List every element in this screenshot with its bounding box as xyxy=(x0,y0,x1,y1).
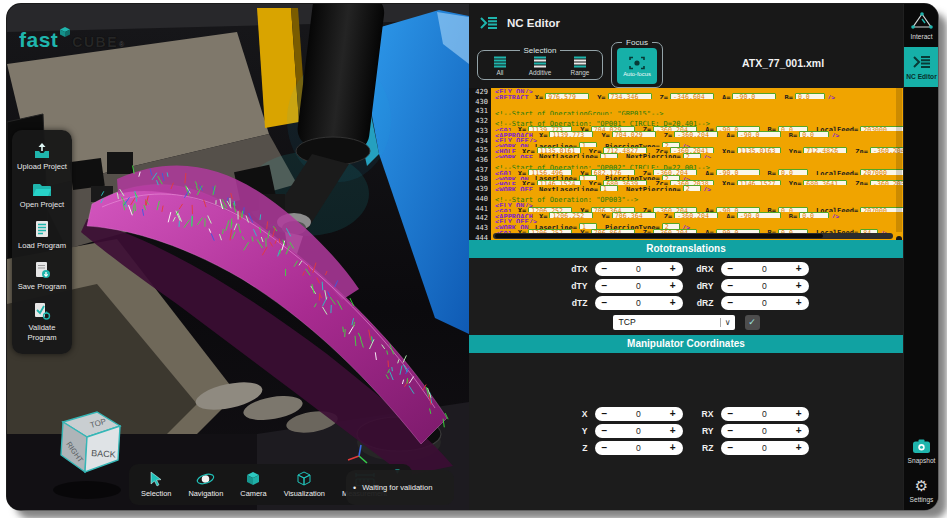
button-label: Auto-focus xyxy=(623,71,651,77)
nc-editor-icon xyxy=(912,54,932,70)
apply-rototranslation-button[interactable]: ✓ xyxy=(745,315,760,330)
stepper-dry[interactable]: −0+ xyxy=(721,279,809,293)
viewport-3d[interactable]: fast CUBE ® Upload Project xyxy=(7,4,469,510)
nc-code-area[interactable]: 4294304314324334344354364374384394404414… xyxy=(469,88,903,240)
horizontal-scrollbar-thumb[interactable] xyxy=(495,234,823,238)
increment-button[interactable]: + xyxy=(796,425,802,437)
increment-button[interactable]: + xyxy=(796,263,802,275)
stepper-value[interactable]: 0 xyxy=(733,298,795,308)
focus-legend: Focus xyxy=(622,38,652,47)
increment-button[interactable]: + xyxy=(670,280,676,292)
toolbar-label: Open Project xyxy=(20,200,64,209)
interact-tab[interactable]: Interact xyxy=(904,4,938,47)
select-additive-button[interactable]: Additive xyxy=(523,56,557,76)
vertical-scrollbar[interactable] xyxy=(896,88,902,232)
stepper-label: Y xyxy=(564,426,588,436)
stepper-label: dTX xyxy=(564,264,588,274)
increment-button[interactable]: + xyxy=(796,442,802,454)
select-all-button[interactable]: All xyxy=(483,56,517,76)
frame-selector-value: TCP xyxy=(613,317,720,327)
tab-label: Interact xyxy=(911,33,933,40)
save-program-button[interactable]: Save Program xyxy=(12,256,72,297)
increment-button[interactable]: + xyxy=(796,297,802,309)
line-number: 434 xyxy=(469,137,491,147)
stepper-label: dRZ xyxy=(690,298,714,308)
increment-button[interactable]: + xyxy=(670,442,676,454)
selection-tool-button[interactable]: Selection xyxy=(141,471,171,498)
stepper-dtz[interactable]: −0+ xyxy=(595,296,683,310)
focus-group: Focus Auto-focus xyxy=(611,38,663,88)
status-bullet: • xyxy=(353,483,356,493)
stepper-value[interactable]: 0 xyxy=(607,281,669,291)
stepper-value[interactable]: 0 xyxy=(607,409,669,419)
upload-project-button[interactable]: Upload Project xyxy=(12,137,72,177)
navigation-tool-button[interactable]: Navigation xyxy=(188,471,223,498)
increment-button[interactable]: + xyxy=(670,263,676,275)
line-number: 437 xyxy=(469,166,491,176)
stepper-y[interactable]: −0+ xyxy=(595,424,683,438)
stepper-value[interactable]: 0 xyxy=(733,426,795,436)
stepper-dty[interactable]: −0+ xyxy=(595,279,683,293)
stepper-value[interactable]: 0 xyxy=(607,443,669,453)
solid-cube-icon xyxy=(245,471,261,487)
stepper-row: X−0+RX−0+ xyxy=(564,407,809,421)
stepper-drz[interactable]: −0+ xyxy=(721,296,809,310)
horizontal-scrollbar[interactable] xyxy=(493,233,893,239)
stepper-label: RX xyxy=(690,409,714,419)
stepper-label: X xyxy=(564,409,588,419)
stepper-value[interactable]: 0 xyxy=(733,443,795,453)
stepper-rx[interactable]: −0+ xyxy=(721,407,809,421)
stepper-ry[interactable]: −0+ xyxy=(721,424,809,438)
stepper-rz[interactable]: −0+ xyxy=(721,441,809,455)
manipulator-coordinates-body: X−0+RX−0+Y−0+RY−0+Z−0+RZ−0+ xyxy=(469,353,903,511)
toolbar-label: Load Program xyxy=(18,241,66,250)
line-number: 435 xyxy=(469,146,491,156)
line-number: 443 xyxy=(469,224,491,234)
line-number: 439 xyxy=(469,185,491,195)
stepper-value[interactable]: 0 xyxy=(607,426,669,436)
stepper-value[interactable]: 0 xyxy=(733,264,795,274)
increment-button[interactable]: + xyxy=(670,408,676,420)
load-program-button[interactable]: Load Program xyxy=(12,215,72,256)
stepper-label: dTZ xyxy=(564,298,588,308)
line-number: 436 xyxy=(469,156,491,166)
stepper-x[interactable]: −0+ xyxy=(595,407,683,421)
stepper-label: Z xyxy=(564,443,588,453)
vertical-scrollbar-thumb[interactable] xyxy=(896,236,902,240)
auto-focus-button[interactable]: Auto-focus xyxy=(617,48,657,84)
rototranslations-header: Rototranslations xyxy=(469,240,903,258)
orbit-icon xyxy=(196,471,215,487)
increment-button[interactable]: + xyxy=(670,297,676,309)
select-range-button[interactable]: Range xyxy=(563,56,597,76)
snapshot-button[interactable]: Snapshot xyxy=(904,432,938,471)
right-sidebar: Interact NC Editor Snapshot ⚙ Se xyxy=(903,4,938,510)
stepper-dtx[interactable]: −0+ xyxy=(595,262,683,276)
status-text: Waiting for validation xyxy=(362,483,432,492)
stepper-drx[interactable]: −0+ xyxy=(721,262,809,276)
visualization-tool-button[interactable]: Visualization xyxy=(284,471,325,498)
stepper-value[interactable]: 0 xyxy=(733,409,795,419)
stepper-value[interactable]: 0 xyxy=(607,298,669,308)
increment-button[interactable]: + xyxy=(670,425,676,437)
tool-label: Visualization xyxy=(284,489,325,498)
stepper-label: RY xyxy=(690,426,714,436)
increment-button[interactable]: + xyxy=(796,408,802,420)
validate-program-button[interactable]: Validate Program xyxy=(12,297,72,347)
tool-label: Selection xyxy=(141,489,171,498)
line-number: 441 xyxy=(469,205,491,215)
stepper-z[interactable]: −0+ xyxy=(595,441,683,455)
stepper-value[interactable]: 0 xyxy=(733,281,795,291)
open-project-button[interactable]: Open Project xyxy=(12,177,72,215)
frame-selector-dropdown[interactable]: TCP ∨ xyxy=(613,315,735,330)
view-orientation-cube[interactable]: TOP RIGHT BACK xyxy=(25,400,135,504)
stepper-value[interactable]: 0 xyxy=(607,264,669,274)
tab-label: NC Editor xyxy=(906,73,936,80)
nc-editor-tab[interactable]: NC Editor xyxy=(904,47,938,87)
increment-button[interactable]: + xyxy=(796,280,802,292)
nc-editor-icon xyxy=(479,15,499,31)
nc-line-numbers: 4294304314324334344354364374384394404414… xyxy=(469,88,491,240)
line-number: 431 xyxy=(469,107,491,117)
line-number: 433 xyxy=(469,127,491,137)
settings-button[interactable]: ⚙ Settings xyxy=(904,471,938,510)
camera-tool-button[interactable]: Camera xyxy=(240,471,266,498)
